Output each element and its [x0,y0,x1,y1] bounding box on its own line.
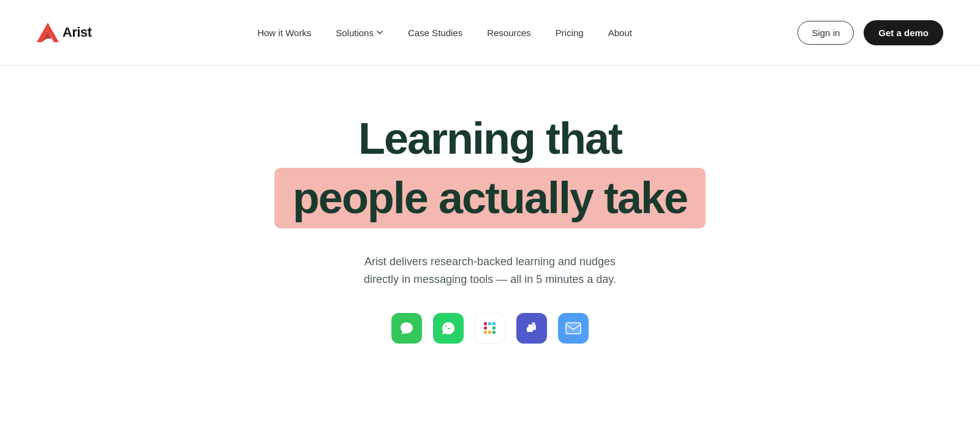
nav-link-how-it-works[interactable]: How it Works [257,28,311,38]
slack-icon [475,313,505,344]
email-icon [558,313,589,344]
nav-link-resources[interactable]: Resources [487,28,531,38]
svg-rect-14 [566,323,581,334]
navbar: Arist How it Works Solutions Case Studie… [0,0,980,66]
svg-rect-2 [484,326,487,329]
hero-highlight-box: people actually take [274,168,706,228]
svg-rect-3 [484,322,487,325]
nav-link-pricing[interactable]: Pricing [556,28,584,38]
svg-rect-5 [492,322,496,325]
svg-rect-4 [488,322,491,325]
teams-icon [516,313,547,344]
nav-link-solutions[interactable]: Solutions [336,28,383,38]
nav-link-about[interactable]: About [608,28,632,38]
logo[interactable]: Arist [37,23,92,42]
whatsapp-icon [433,313,464,344]
sign-in-button[interactable]: Sign in [797,21,854,45]
solutions-chevron-icon [376,29,383,36]
hero-subtitle: Arist delivers research-backed learning … [364,253,616,288]
svg-point-11 [532,322,535,326]
logo-text: Arist [62,24,92,40]
hero-title-line1: Learning that [358,115,622,163]
nav-links: How it Works Solutions Case Studies Reso… [257,28,632,38]
imessage-icon [391,313,422,344]
hero-title-line2: people actually take [293,173,687,224]
get-demo-button[interactable]: Get a demo [864,20,943,45]
svg-rect-9 [484,331,487,334]
svg-rect-8 [488,331,491,334]
svg-rect-6 [492,326,496,329]
arist-logo-icon [37,23,59,42]
svg-rect-7 [492,331,496,334]
svg-point-13 [529,324,532,327]
messaging-icons [391,313,589,344]
svg-rect-12 [527,327,533,332]
nav-actions: Sign in Get a demo [797,20,943,45]
nav-link-case-studies[interactable]: Case Studies [408,28,462,38]
hero-section: Learning that people actually take Arist… [0,66,980,344]
